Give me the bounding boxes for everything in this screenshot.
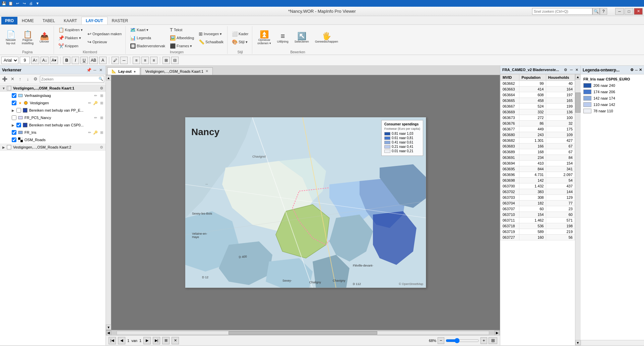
- tree-item-root1[interactable]: ▼ Vestigingen,...,OSM_Roads Kaart:1 ⚙: [0, 84, 106, 92]
- panel-minimize-icon[interactable]: ─: [92, 67, 98, 73]
- data-table-close-icon[interactable]: ✕: [575, 68, 578, 72]
- align-center-btn[interactable]: ≡: [141, 57, 149, 64]
- afbeelding-btn[interactable]: 🖼️ Afbeelding: [168, 34, 196, 42]
- table-row[interactable]: 063662 99 40: [501, 81, 575, 86]
- tab-tabel[interactable]: TABEL: [38, 17, 59, 24]
- underline-btn[interactable]: U: [80, 57, 88, 64]
- frpc5-edit-icon[interactable]: ✏: [93, 115, 98, 120]
- zoom-out-btn[interactable]: −: [438, 337, 444, 344]
- table-row[interactable]: 063710 154 60: [501, 212, 575, 218]
- table-row[interactable]: 063667 524 199: [501, 104, 575, 109]
- table-row[interactable]: 063680 243 109: [501, 132, 575, 138]
- bladervenster-btn[interactable]: 🔲 Bladervenstervak: [128, 42, 167, 50]
- expand-icon[interactable]: ▼: [1, 86, 6, 91]
- maximize-button[interactable]: □: [625, 8, 633, 15]
- redo-btn[interactable]: ↪: [21, 1, 27, 6]
- italic-btn[interactable]: I: [72, 57, 79, 64]
- tab-kaart1-doc[interactable]: Vestigingen,...,OSM_Roads Kaart:1 ✕: [141, 67, 213, 75]
- plakken-btn[interactable]: 📌 Plakken ▾: [57, 34, 84, 42]
- table-row[interactable]: 063683 166 67: [501, 143, 575, 149]
- kaart1-tab-close[interactable]: ✕: [205, 69, 208, 73]
- table-row[interactable]: 063676 86 32: [501, 121, 575, 126]
- gereedschappen-btn[interactable]: 🖐️ Gereedschappen: [313, 31, 340, 45]
- fit-btn[interactable]: ⊞: [489, 337, 497, 344]
- tree-search-btn[interactable]: 🔍: [98, 76, 104, 82]
- font-opts-btn[interactable]: A▾: [50, 57, 58, 64]
- font-selector[interactable]: Arial: [1, 57, 18, 64]
- kaart-btn[interactable]: 🗺️ Kaart ▾: [128, 26, 167, 34]
- right-scroll-thumb[interactable]: [575, 93, 581, 113]
- frames-btn[interactable]: ⬛ Frames ▾: [168, 42, 196, 50]
- bereiken2-expand[interactable]: ▶: [11, 123, 15, 127]
- zoom-slider[interactable]: [446, 339, 479, 343]
- minimize-button[interactable]: ─: [615, 8, 624, 15]
- knippen-btn[interactable]: ✂️ Knippen: [57, 42, 84, 50]
- tab-pro[interactable]: PRO: [1, 17, 17, 24]
- table-row[interactable]: 063665 458 165: [501, 98, 575, 104]
- tree-item-frpc5[interactable]: FR_PC5_Nancy ✏ ⊞: [0, 114, 106, 121]
- table-row[interactable]: 063694 410 154: [501, 161, 575, 166]
- frpc5-checkbox[interactable]: [12, 115, 16, 120]
- next-page-btn[interactable]: ▶: [143, 337, 151, 344]
- scroll-down-btn[interactable]: ▼: [106, 325, 111, 330]
- tree-item-friris[interactable]: FR_Iris ✏ 🔑 ⊞: [0, 129, 106, 136]
- bereiken2-checkbox[interactable]: [16, 123, 21, 127]
- data-scroll-area[interactable]: MVID Population Households 063662 99 40 …: [500, 74, 575, 345]
- scroll-up-btn[interactable]: ▲: [106, 75, 111, 80]
- legend-pin-icon[interactable]: ─: [635, 68, 638, 72]
- properties-btn[interactable]: ⚙: [32, 76, 39, 82]
- down-btn[interactable]: ↓: [24, 76, 31, 82]
- vestigingen-edit-icon[interactable]: ✏: [87, 100, 92, 106]
- invoegen2-btn[interactable]: ⊞ Invoegen ▾: [197, 30, 225, 38]
- panel-close-icon[interactable]: ✕: [98, 67, 104, 73]
- data-table-pin-icon[interactable]: ─: [570, 68, 573, 72]
- tree-search-input[interactable]: [40, 76, 98, 82]
- friris-more-icon[interactable]: ⊞: [99, 130, 104, 135]
- table-row[interactable]: 063677 449 175: [501, 126, 575, 132]
- star-icon[interactable]: ★: [17, 100, 23, 106]
- table-row[interactable]: 063719 589 219: [501, 229, 575, 235]
- last-page-btn[interactable]: ▶|: [153, 337, 160, 344]
- osmroads-checkbox[interactable]: [12, 137, 16, 142]
- dropdown-btn[interactable]: ▼: [35, 1, 40, 6]
- help-button[interactable]: ?: [600, 8, 607, 15]
- vestigingen-checkbox[interactable]: [12, 101, 16, 105]
- save-btn[interactable]: 💾: [1, 1, 7, 6]
- legenda-btn[interactable]: 📊 Legenda: [128, 34, 167, 42]
- kopieren-btn[interactable]: 📋 Kopiëren ▾: [57, 26, 84, 34]
- stijl-btn[interactable]: 🎨 Stijl ▾: [230, 38, 250, 46]
- table-row[interactable]: 063711 1.462 571: [501, 218, 575, 223]
- table-row[interactable]: 063718 536 198: [501, 223, 575, 229]
- verfraaing-checkbox[interactable]: [12, 93, 16, 98]
- table-row[interactable]: 063700 1.432 437: [501, 183, 575, 189]
- add-layer-btn[interactable]: ➕: [1, 76, 8, 82]
- verfraaing-edit-icon[interactable]: ✏: [93, 93, 98, 98]
- right-scroll-up-btn[interactable]: ▲: [575, 74, 581, 79]
- table-row[interactable]: 063689 168 67: [501, 149, 575, 155]
- scroll-thumb-h[interactable]: [229, 331, 377, 335]
- tab-raster[interactable]: RASTER: [108, 17, 133, 24]
- tab-home[interactable]: HOME: [17, 17, 38, 24]
- add-page-btn[interactable]: ⊞: [162, 337, 170, 344]
- align-right-btn[interactable]: ≡: [150, 57, 157, 64]
- right-scroll-down-btn[interactable]: ▼: [575, 340, 581, 345]
- pagina-instelling-btn[interactable]: 📋 Pagina-instelling: [19, 29, 36, 47]
- table-row[interactable]: 063707 60 23: [501, 206, 575, 212]
- legend-settings-icon[interactable]: ⚙: [630, 68, 634, 72]
- table-row[interactable]: 063696 4.731 2.097: [501, 172, 575, 178]
- bereiken1-checkbox[interactable]: [16, 108, 21, 113]
- table-row[interactable]: 063702 383 144: [501, 189, 575, 195]
- table-row[interactable]: 063673 272 100: [501, 115, 575, 121]
- tab-layout-doc[interactable]: 📐 Lay-out ●: [107, 67, 140, 75]
- frpc5-more-icon[interactable]: ⊞: [99, 115, 104, 120]
- close-button[interactable]: ✕: [634, 8, 643, 15]
- remove-btn[interactable]: ✕: [9, 76, 16, 82]
- tab-layout[interactable]: LAY-OUT: [81, 17, 108, 24]
- opnieuw-ordenen-btn[interactable]: ⏫ Opnieuwordenen ▾: [255, 29, 273, 47]
- table-row[interactable]: 063664 608 197: [501, 92, 575, 98]
- tree-item-verfraaing[interactable]: Verfraaiingslaag ✏ ⊞: [0, 92, 106, 99]
- font-size-input[interactable]: [20, 57, 30, 64]
- schaalbalk-btn[interactable]: 📏 Schaalbalk: [197, 38, 225, 46]
- nieuwe-layout-btn[interactable]: 📄 Nieuwelay-out: [3, 29, 18, 47]
- friris-edit-icon[interactable]: ✏: [87, 130, 92, 135]
